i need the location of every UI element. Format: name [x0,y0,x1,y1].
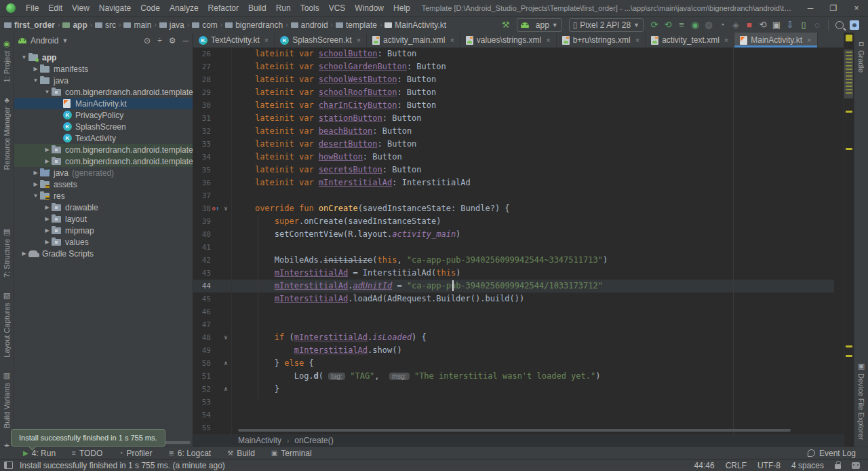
code-line-27[interactable]: 27 lateinit var schoolGardenButton: Butt… [193,60,834,73]
tree-item-splashscreen[interactable]: KSplashScreen [14,121,193,132]
expand-arrow-icon[interactable]: ▶ [20,250,28,257]
tree-item-java[interactable]: ▼java [14,75,193,86]
expand-arrow-icon[interactable]: ▶ [43,147,52,153]
toolwindow-logcat[interactable]: ≣6: Logcat [168,449,211,458]
expand-arrow-icon[interactable]: ▶ [43,204,52,210]
build-hammer-icon[interactable]: ⚒ [499,19,513,31]
device-dropdown[interactable]: ▯ Pixel 2 API 28▼ [569,18,644,32]
code-line-36[interactable]: 36 lateinit var mInterstitialAd: Interst… [193,176,834,189]
tree-item-layout[interactable]: ▶layout [14,213,193,225]
code-line-49[interactable]: 49 mInterstitialAd.show() [193,344,834,357]
tool-favorites[interactable]: ★2: Favorites [3,442,11,447]
tree-item-com-bignerdranch-android-template[interactable]: ▶com.bignerdranch.android.template(test) [14,155,193,167]
unlock-icon[interactable] [835,464,841,469]
close-tab-icon[interactable]: × [357,36,361,44]
warning-stripe-mark[interactable] [846,82,852,83]
maximize-button[interactable]: ❐ [822,0,845,16]
code-line-44[interactable]: 44 mInterstitialAd.adUnitId = "ca-app-pu… [193,280,834,293]
tool-resource-manager[interactable]: ♣Resource Manager [3,96,11,170]
tree-item-drawable[interactable]: ▶drawable [14,202,193,213]
expand-arrow-icon[interactable]: ▼ [43,89,52,95]
tool-structure[interactable]: ▤7: Structure [3,227,11,278]
editor-tab[interactable]: KSplashScreen.kt× [275,33,367,48]
code-line-43[interactable]: 43 mInterstitialAd = InterstitialAd(this… [193,267,834,280]
tree-item-mipmap[interactable]: ▶mipmap [14,225,193,236]
breadcrumb-method[interactable]: onCreate() [294,436,333,445]
expand-arrow-icon[interactable]: ▶ [43,158,52,164]
expand-arrow-icon[interactable]: ▼ [31,77,40,83]
code-line-30[interactable]: 30 lateinit var charInCityButton: Button [193,99,834,112]
code-line-41[interactable]: 41 [193,241,834,254]
editor-horizontal-scrollbar[interactable] [238,429,791,432]
warning-stripe-mark[interactable] [846,89,852,90]
expand-arrow-icon[interactable]: ▼ [20,54,28,60]
code-line-37[interactable]: 37 [193,189,834,202]
event-log-button[interactable]: Event Log [808,449,868,458]
nav-crumb[interactable]: template› [336,20,384,30]
editor-tab[interactable]: values\strings.xml× [460,33,557,48]
toolwindow-terminal[interactable]: ▣Terminal [271,449,312,458]
code-line-35[interactable]: 35 lateinit var secretsButton: Button [193,164,834,176]
status-message[interactable]: Install successfully finished in 1 s 755… [20,461,225,470]
editor-error-stripe[interactable] [844,33,854,447]
tree-item-manifests[interactable]: ▶manifests [14,63,193,75]
code-line-29[interactable]: 29 lateinit var schoolRoofButton: Button [193,86,834,99]
menu-build[interactable]: Build [243,0,271,16]
tree-item-res[interactable]: ▼res [14,190,193,202]
code-line-52[interactable]: 52∧ } [193,383,834,396]
tree-item-com-bignerdranch-android-template[interactable]: ▼com.bignerdranch.android.template [14,86,193,98]
locate-file-icon[interactable]: ⊙ [144,36,151,45]
line-ending[interactable]: CRLF [726,461,747,470]
tool-build-variants[interactable]: ▥Build Variants [3,371,11,428]
warning-stripe-mark[interactable] [846,62,852,63]
avd-manager-icon[interactable]: ▣ [770,19,783,31]
code-line-50[interactable]: 50∧ } else { [193,357,834,370]
fold-marker-icon[interactable]: ∨ [220,331,231,344]
tool-gradle[interactable]: ◘Gradle [857,39,865,73]
nav-crumb[interactable]: bignerdranch› [225,20,290,30]
toolwindow-build[interactable]: ⚒Build [227,449,255,458]
tree-item-app[interactable]: ▼app [14,52,193,63]
toolwindow-toggle-icon[interactable] [4,461,13,469]
close-tab-icon[interactable]: × [635,36,639,44]
sdk-manager-icon[interactable]: ⇩ [783,19,797,31]
close-tab-icon[interactable]: × [724,36,728,44]
project-view-mode[interactable]: Android [31,36,58,45]
nav-crumb[interactable]: com› [192,20,225,30]
menu-window[interactable]: Window [350,0,389,16]
code-line-28[interactable]: 28 lateinit var schoolWestButton: Button [193,73,834,86]
warning-stripe-mark[interactable] [846,111,852,113]
code-line-42[interactable]: 42 MobileAds.initialize(this, "ca-app-pu… [193,254,834,267]
breadcrumb-class[interactable]: MainActivity [238,436,281,445]
code-line-47[interactable]: 47 [193,318,834,331]
tree-item-com-bignerdranch-android-template[interactable]: ▶com.bignerdranch.android.template(andro… [14,144,193,155]
close-button[interactable]: × [845,0,868,16]
nav-crumb[interactable]: MainActivity.kt [384,20,446,30]
close-tab-icon[interactable]: × [264,36,269,44]
warning-stripe-mark[interactable] [846,35,852,41]
attach-debugger-icon[interactable]: ◈ [729,19,743,31]
debug-icon[interactable]: ◉ [688,19,702,31]
code-line-31[interactable]: 31 lateinit var stationButton: Button [193,112,834,125]
tree-item-textactivity[interactable]: KTextActivity [14,132,193,144]
code-line-34[interactable]: 34 lateinit var howButton: Button [193,151,834,164]
warning-stripe-mark[interactable] [846,86,852,87]
warning-stripe-mark[interactable] [846,148,852,150]
warning-stripe-mark[interactable] [846,92,852,94]
sdk-update-icon[interactable]: ◌ [810,19,824,31]
tree-item-values[interactable]: ▶values [14,236,193,248]
caret-position[interactable]: 44:46 [694,461,715,470]
toolwindow-run[interactable]: ▶4: Run [23,449,56,458]
editor-tab[interactable]: activity_main.xml× [367,33,460,48]
code-line-38[interactable]: 38o↑∨ override fun onCreate(savedInstanc… [193,202,834,215]
code-line-32[interactable]: 32 lateinit var beachButton: Button [193,125,834,138]
code-line-45[interactable]: 45 mInterstitialAd.loadAd(AdRequest.Buil… [193,293,834,305]
device-manager-icon[interactable]: ▯ [797,19,810,31]
nav-crumb[interactable]: src› [95,20,123,30]
notification-balloon[interactable]: Install successfully finished in 1 s 755… [11,429,165,447]
expand-arrow-icon[interactable]: ▼ [31,193,40,199]
nav-crumb[interactable]: android› [291,20,336,30]
tree-item-assets[interactable]: ▶assets [14,178,193,190]
code-line-48[interactable]: 48∨ if (mInterstitialAd.isLoaded) { [193,331,834,344]
menu-code[interactable]: Code [136,0,165,16]
